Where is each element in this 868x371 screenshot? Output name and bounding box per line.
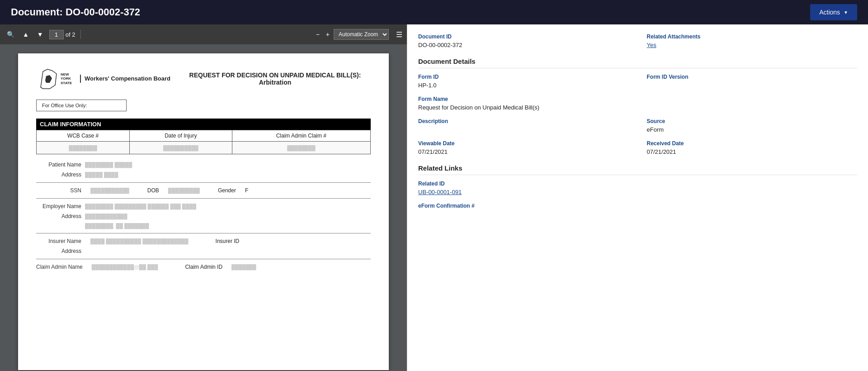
dates-row: Viewable Date 07/21/2021 Received Date 0… xyxy=(418,140,857,155)
claim-info-table: WCB Case # Date of Injury Claim Admin Cl… xyxy=(36,130,371,154)
form-id-label: Form ID xyxy=(418,74,629,80)
employer-name-row: Employer Name ████████ █████████ ██████ … xyxy=(36,203,371,209)
source-label: Source xyxy=(647,118,858,124)
insurer-address-label: Address xyxy=(36,248,81,254)
office-use-label: For Office Use Only: xyxy=(42,103,87,108)
patient-address-label: Address xyxy=(36,171,81,178)
dob-label: DOB xyxy=(147,187,159,194)
doc-title: REQUEST FOR DECISION ON UNPAID MEDICAL B… xyxy=(179,71,371,86)
document-id-label: Document ID xyxy=(418,33,629,40)
search-icon[interactable]: 🔍 xyxy=(5,30,17,39)
related-id-value: UB-00-0001-091 xyxy=(418,189,857,195)
patient-name-row: Patient Name ████████ █████ xyxy=(36,162,371,168)
insurer-address-row: Address xyxy=(36,248,371,254)
description-source-row: Description Source eForm xyxy=(418,118,857,133)
employer-name-value: ████████ █████████ ██████ ███ ████ xyxy=(85,204,196,209)
dob-value: █████████ xyxy=(168,188,200,193)
form-name-row: Form Name Request for Decision on Unpaid… xyxy=(418,96,857,111)
zoom-select[interactable]: Automatic Zoom 50% 75% 100% 125% 150% xyxy=(334,29,389,40)
ssn-dob-row: SSN ███████████ DOB █████████ Gender F xyxy=(36,187,371,194)
col-claim-admin: Claim Admin Claim # xyxy=(232,130,370,142)
employer-address-row: Address ████████████ xyxy=(36,213,371,219)
viewable-date-field: Viewable Date 07/21/2021 xyxy=(418,140,629,155)
form-id-version-label: Form ID Version xyxy=(647,74,858,80)
patient-name-label: Patient Name xyxy=(36,162,81,168)
eform-confirmation-label: eForm Confirmation # xyxy=(418,203,857,209)
page-header: Document: DO-00-0002-372 Actions ▼ xyxy=(0,0,868,24)
page-number-input[interactable] xyxy=(49,30,64,39)
document-details-title: Document Details xyxy=(418,57,857,68)
cell-wcb-case: ████████ xyxy=(37,142,130,154)
patient-name-value: ████████ █████ xyxy=(85,162,132,167)
claim-admin-name-value: ████████████@██.███ xyxy=(92,264,158,270)
zoom-in-button[interactable]: + xyxy=(324,30,332,39)
metadata-panel: Document ID DO-00-0002-372 Related Attac… xyxy=(407,24,868,371)
eform-confirmation-field: eForm Confirmation # xyxy=(418,203,857,211)
insurer-name-label: Insurer Name xyxy=(36,238,81,244)
form-name-value: Request for Decision on Unpaid Medical B… xyxy=(418,104,857,111)
main-layout: 🔍 ▲ ▼ of 2 − + Automatic Zoom 50% 75% 10… xyxy=(0,24,868,371)
related-links-title: Related Links xyxy=(418,164,857,175)
viewable-date-label: Viewable Date xyxy=(418,140,629,147)
related-attachments-field: Related Attachments Yes xyxy=(647,33,858,48)
related-attachments-link[interactable]: Yes xyxy=(647,42,656,48)
related-attachments-value: Yes xyxy=(647,42,858,48)
related-id-link[interactable]: UB-00-0001-091 xyxy=(418,189,462,195)
office-use-box: For Office Use Only: xyxy=(36,100,127,111)
claim-admin-row: Claim Admin Name ████████████@██.███ Cla… xyxy=(36,264,371,270)
description-field: Description xyxy=(418,118,629,133)
insurer-id-label: Insurer ID xyxy=(216,238,240,244)
gender-label: Gender xyxy=(218,187,236,194)
ssn-label: SSN xyxy=(36,187,81,194)
page-title: Document: DO-00-0002-372 xyxy=(11,6,140,18)
employer-address-1: ████████████ xyxy=(85,214,127,219)
pdf-panel: 🔍 ▲ ▼ of 2 − + Automatic Zoom 50% 75% 10… xyxy=(0,24,407,371)
cell-date-of-injury: ██████████ xyxy=(130,142,232,154)
form-id-row: Form ID HP-1.0 Form ID Version xyxy=(418,74,857,89)
form-id-value: HP-1.0 xyxy=(418,82,629,89)
related-id-row: Related ID UB-00-0001-091 xyxy=(418,181,857,195)
insurer-name-value: ████ ██████████ █████████████ xyxy=(90,238,189,244)
actions-label: Actions xyxy=(819,9,840,16)
source-field: Source eForm xyxy=(647,118,858,133)
pdf-menu-icon[interactable]: ☰ xyxy=(396,30,402,39)
viewable-date-value: 07/21/2021 xyxy=(418,148,629,155)
form-name-label: Form Name xyxy=(418,96,857,102)
claim-admin-name-label: Claim Admin Name xyxy=(36,264,83,270)
zoom-controls: − + Automatic Zoom 50% 75% 100% 125% 150… xyxy=(314,29,389,40)
ssn-value: ███████████ xyxy=(90,188,129,193)
patient-address-row: Address █████ ████ xyxy=(36,171,371,178)
insurer-row: Insurer Name ████ ██████████ ███████████… xyxy=(36,238,371,244)
received-date-value: 07/21/2021 xyxy=(647,148,858,155)
doc-header: NEWYORKSTATE Workers' Compensation Board… xyxy=(36,67,371,90)
col-wcb-case: WCB Case # xyxy=(37,130,130,142)
pdf-content-area[interactable]: NEWYORKSTATE Workers' Compensation Board… xyxy=(0,44,407,371)
meta-section-ids: Document ID DO-00-0002-372 Related Attac… xyxy=(418,33,857,48)
claim-admin-id-value: ███████ xyxy=(231,264,256,270)
document-id-value: DO-00-0002-372 xyxy=(418,42,629,48)
employer-address2-row: ████████, ██ ███████ xyxy=(36,223,371,228)
gender-value: F xyxy=(245,187,248,194)
prev-page-button[interactable]: ▲ xyxy=(20,30,31,39)
employer-name-label: Employer Name xyxy=(36,203,81,209)
source-value: eForm xyxy=(647,126,858,133)
board-name: Workers' Compensation Board xyxy=(80,75,170,83)
actions-button[interactable]: Actions ▼ xyxy=(810,4,857,20)
eform-confirmation-row: eForm Confirmation # xyxy=(418,203,857,211)
zoom-out-button[interactable]: − xyxy=(314,30,322,39)
received-date-field: Received Date 07/21/2021 xyxy=(647,140,858,155)
next-page-button[interactable]: ▼ xyxy=(35,30,46,39)
page-number-display: of 2 xyxy=(49,30,75,39)
related-id-field: Related ID UB-00-0001-091 xyxy=(418,181,857,195)
employer-address-2: ████████, ██ ███████ xyxy=(85,223,149,228)
document-id-field: Document ID DO-00-0002-372 xyxy=(418,33,629,48)
description-label: Description xyxy=(418,118,629,124)
col-date-of-injury: Date of Injury xyxy=(130,130,232,142)
form-name-field: Form Name Request for Decision on Unpaid… xyxy=(418,96,857,111)
doc-id-row: Document ID DO-00-0002-372 Related Attac… xyxy=(418,33,857,48)
form-id-field: Form ID HP-1.0 xyxy=(418,74,629,89)
received-date-label: Received Date xyxy=(647,140,858,147)
meta-section-details: Document Details Form ID HP-1.0 Form ID … xyxy=(418,57,857,155)
related-id-label: Related ID xyxy=(418,181,857,187)
nys-logo-icon xyxy=(36,67,60,90)
